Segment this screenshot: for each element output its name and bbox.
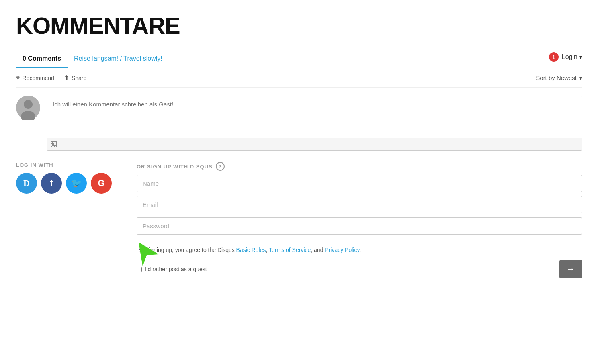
- terms-link[interactable]: Terms of Service: [269, 247, 311, 253]
- disqus-login-button[interactable]: D: [16, 173, 37, 194]
- comment-textarea[interactable]: [47, 96, 582, 136]
- recommend-button[interactable]: ♥ Recommend: [16, 74, 54, 82]
- svg-marker-3: [139, 242, 159, 266]
- svg-point-1: [24, 100, 33, 109]
- image-icon[interactable]: 🖼: [51, 141, 57, 148]
- google-login-button[interactable]: G: [91, 173, 112, 194]
- share-icon: ⬆: [64, 74, 69, 82]
- tabs-right: 1 Login: [549, 52, 582, 66]
- chevron-down-icon: [579, 53, 582, 61]
- notification-badge[interactable]: 1: [549, 52, 559, 62]
- heart-icon: ♥: [16, 74, 20, 82]
- twitter-icon: 🐦: [71, 178, 82, 188]
- actions-bar: ♥ Recommend ⬆ Share Sort by Newest: [16, 68, 582, 88]
- login-left: LOG IN WITH D f 🐦 G: [16, 162, 121, 278]
- disqus-icon: D: [23, 178, 30, 188]
- sort-button[interactable]: Sort by Newest: [536, 74, 582, 81]
- facebook-icon: f: [50, 178, 53, 188]
- tos-section: By signing up, you agree to the Disqus B…: [137, 239, 582, 254]
- tos-text: By signing up, you agree to the Disqus B…: [137, 246, 582, 254]
- page-title: KOMMENTARE: [16, 12, 582, 39]
- arrow-right-icon: [566, 264, 575, 274]
- sort-chevron-icon: [579, 74, 582, 81]
- tab-comments[interactable]: 0 Comments: [16, 50, 68, 68]
- login-button[interactable]: Login: [562, 53, 582, 61]
- privacy-link[interactable]: Privacy Policy: [325, 247, 359, 253]
- tab-blog-link[interactable]: Reise langsam! / Travel slowly!: [68, 50, 169, 68]
- submit-button[interactable]: [559, 260, 582, 278]
- basic-rules-link[interactable]: Basic Rules: [236, 247, 266, 253]
- green-arrow-indicator: [133, 238, 165, 270]
- twitter-login-button[interactable]: 🐦: [66, 173, 87, 194]
- password-input[interactable]: [137, 217, 582, 235]
- login-section: LOG IN WITH D f 🐦 G OR SIGN UP WITH DISQ…: [16, 162, 582, 278]
- tabs-left: 0 Comments Reise langsam! / Travel slowl…: [16, 50, 169, 68]
- comment-box: 🖼: [47, 96, 582, 151]
- avatar: [16, 96, 40, 120]
- facebook-login-button[interactable]: f: [41, 173, 62, 194]
- tabs-bar: 0 Comments Reise langsam! / Travel slowl…: [16, 50, 582, 68]
- comment-area: 🖼: [16, 96, 582, 151]
- comment-toolbar: 🖼: [47, 138, 582, 150]
- help-icon[interactable]: ?: [216, 162, 225, 171]
- guest-row: I'd rather post as a guest: [137, 260, 582, 278]
- share-button[interactable]: ⬆ Share: [64, 74, 86, 82]
- google-icon: G: [98, 178, 104, 188]
- signup-right: OR SIGN UP WITH DISQUS ? By signing up, …: [137, 162, 582, 278]
- signup-label: OR SIGN UP WITH DISQUS ?: [137, 162, 582, 171]
- actions-left: ♥ Recommend ⬆ Share: [16, 74, 86, 82]
- name-input[interactable]: [137, 175, 582, 192]
- login-label: LOG IN WITH: [16, 162, 121, 168]
- social-icons: D f 🐦 G: [16, 173, 121, 194]
- email-input[interactable]: [137, 196, 582, 213]
